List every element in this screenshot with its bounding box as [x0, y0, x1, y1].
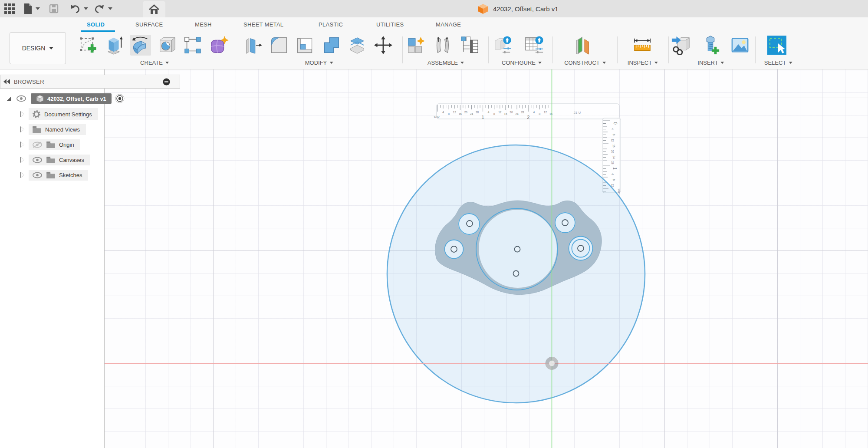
visibility-eye-icon[interactable] — [16, 95, 26, 102]
group-separator — [552, 36, 553, 63]
configuration-table-button[interactable] — [523, 35, 544, 56]
group-separator — [668, 36, 669, 63]
insert-fastener-button[interactable] — [700, 35, 721, 56]
visibility-eye-icon[interactable] — [32, 156, 43, 164]
configuration-button[interactable] — [492, 35, 513, 56]
group-separator — [755, 36, 756, 63]
design-workspace-label: DESIGN — [22, 45, 46, 52]
new-component-button[interactable] — [405, 35, 426, 56]
select-group-label[interactable]: SELECT — [764, 59, 792, 66]
create-form-icon — [209, 35, 229, 55]
inspect-group-label[interactable]: INSPECT — [628, 59, 658, 66]
tab-utilities[interactable]: UTILITIES — [376, 17, 404, 32]
browser-root-label: 42032, Offset, Carb v1 — [47, 96, 106, 102]
offset-face-button[interactable] — [347, 35, 368, 56]
measure-button[interactable] — [632, 35, 653, 56]
redo-icon[interactable] — [94, 0, 105, 17]
active-tab-underline — [81, 30, 115, 32]
component-cube-icon — [36, 95, 44, 102]
construct-group-label[interactable]: CONSTRUCT — [564, 59, 606, 66]
application-top-bar: 42032, Offset, Carb v1 — [0, 0, 868, 17]
viewport-canvas[interactable] — [105, 69, 868, 448]
construction-plane-button[interactable] — [573, 35, 594, 56]
group-separator — [617, 36, 618, 63]
browser-root-item[interactable]: 42032, Offset, Carb v1 — [31, 93, 112, 104]
browser-item-origin[interactable]: Origin — [0, 138, 80, 151]
undo-icon[interactable] — [69, 0, 81, 17]
file-menu-caret[interactable] — [36, 0, 40, 17]
assemble-group — [405, 35, 480, 56]
create-dropdown-caret — [165, 62, 169, 64]
tab-plastic[interactable]: PLASTIC — [319, 17, 343, 32]
file-menu-icon[interactable] — [23, 0, 33, 17]
browser-item-sketches[interactable]: Sketches — [0, 168, 88, 181]
expand-caret-icon[interactable] — [6, 96, 12, 102]
insert-group-label[interactable]: INSERT — [697, 59, 724, 66]
gear-icon — [32, 110, 41, 119]
folder-icon — [46, 171, 56, 179]
shell-button[interactable] — [295, 35, 316, 56]
tab-sheet-metal[interactable]: SHEET METAL — [243, 17, 283, 32]
remove-panel-icon[interactable] — [163, 78, 170, 86]
press-pull-button[interactable] — [243, 35, 263, 56]
modify-dropdown-caret — [329, 62, 333, 64]
group-separator — [402, 36, 403, 63]
insert-group — [671, 35, 750, 56]
combine-button[interactable] — [321, 35, 342, 56]
design-workspace-dropdown[interactable]: DESIGN — [10, 32, 66, 64]
tab-manage[interactable]: MANAGE — [436, 17, 461, 32]
insert-canvas-button[interactable] — [730, 35, 750, 56]
fillet-button[interactable] — [269, 35, 289, 56]
rectangular-pattern-button[interactable] — [182, 35, 203, 56]
configure-group-label[interactable]: CONFIGURE — [502, 59, 542, 66]
expand-caret-icon[interactable] — [21, 157, 24, 162]
tab-mesh[interactable]: MESH — [195, 17, 212, 32]
document-title-text: 42032, Offset, Carb v1 — [493, 5, 559, 13]
browser-item-named-views[interactable]: Named Views — [0, 123, 86, 136]
collapse-browser-icon[interactable] — [3, 79, 10, 84]
browser-item-canvases[interactable]: Canvases — [0, 153, 90, 166]
bill-of-materials-button[interactable] — [459, 35, 480, 56]
hole-button[interactable] — [156, 35, 177, 56]
expand-caret-icon[interactable] — [21, 142, 24, 147]
activate-component-radio[interactable] — [115, 94, 125, 103]
fillet-icon — [269, 35, 289, 55]
browser-item-document-settings[interactable]: Document Settings — [0, 108, 98, 121]
app-grid-icon[interactable] — [4, 0, 15, 17]
joint-icon — [433, 35, 453, 55]
construction-plane-icon — [573, 35, 593, 55]
redo-caret[interactable] — [108, 0, 112, 17]
bill-of-materials-icon — [460, 35, 480, 55]
expand-caret-icon[interactable] — [21, 172, 24, 178]
select-button[interactable] — [766, 35, 787, 56]
save-icon[interactable] — [49, 0, 59, 17]
configuration-table-icon — [524, 35, 544, 55]
revolve-button[interactable] — [130, 35, 151, 56]
browser-item-label: Named Views — [45, 126, 80, 133]
expand-caret-icon[interactable] — [21, 112, 24, 117]
inspect-dropdown-caret — [654, 62, 658, 64]
home-button[interactable] — [143, 1, 165, 17]
extrude-button[interactable] — [104, 35, 125, 56]
create-group-label[interactable]: CREATE — [140, 59, 169, 66]
insert-derive-button[interactable] — [671, 35, 691, 56]
modify-group-label[interactable]: MODIFY — [305, 59, 333, 66]
browser-root-row[interactable]: 42032, Offset, Carb v1 — [0, 92, 125, 105]
undo-caret[interactable] — [84, 0, 88, 17]
expand-caret-icon[interactable] — [21, 127, 24, 132]
visibility-eye-icon[interactable] — [32, 171, 43, 179]
visibility-off-eye-icon[interactable] — [32, 141, 43, 148]
create-sketch-button[interactable] — [78, 35, 99, 56]
insert-dropdown-caret — [721, 62, 724, 64]
configure-group — [492, 35, 544, 56]
browser-item-label: Sketches — [59, 172, 82, 178]
assemble-group-label[interactable]: ASSEMBLE — [427, 59, 464, 66]
tab-solid[interactable]: SOLID — [87, 17, 105, 32]
create-form-button[interactable] — [208, 35, 229, 56]
joint-button[interactable] — [432, 35, 453, 56]
measure-icon — [632, 35, 652, 55]
folder-icon — [46, 156, 56, 164]
combine-icon — [321, 35, 341, 55]
move-copy-button[interactable] — [373, 35, 394, 56]
tab-surface[interactable]: SURFACE — [135, 17, 163, 32]
